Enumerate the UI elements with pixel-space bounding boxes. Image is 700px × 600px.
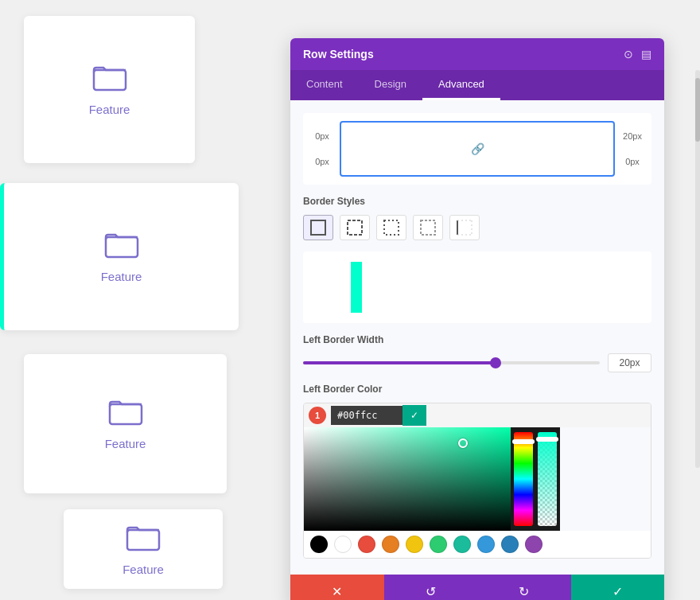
tab-advanced[interactable]: Advanced [422,70,500,100]
color-number-badge: 1 [309,407,326,424]
slider-fill [303,361,496,364]
swatch-blue[interactable] [477,536,495,553]
panel-scrollbar-thumb [695,78,700,142]
full-color-picker [304,427,651,531]
tab-content[interactable]: Content [290,70,359,100]
border-styles-section: Border Styles [303,196,651,240]
spacing-right[interactable]: 20px [621,131,644,141]
feature-label-1: Feature [89,103,130,116]
svg-rect-6 [384,220,399,235]
swatch-yellow[interactable] [406,536,423,553]
slider-row: 20px [303,353,651,372]
link-icon[interactable]: 🔗 [471,142,484,155]
color-spectrum[interactable] [304,427,511,531]
swatch-white[interactable] [334,536,352,553]
spacing-left-val[interactable]: 0px [621,157,644,166]
border-style-partial[interactable] [449,215,480,240]
color-input-row: 1 #00ffcc ✓ [304,403,651,427]
border-style-solid[interactable] [303,215,333,240]
feature-card-1: Feature [24,16,195,163]
hue-bar[interactable] [514,432,533,526]
folder-icon-2 [104,230,139,262]
color-section: Left Border Color 1 #00ffcc ✓ [303,384,651,559]
folder-icon-1 [92,63,127,95]
spacing-control: 0px 0px 🔗 20px 0px [303,113,651,185]
color-bars [511,427,560,531]
svg-rect-5 [348,220,362,235]
border-style-dashed-3[interactable] [413,215,443,240]
redo-button[interactable]: ↻ [477,575,571,600]
spacing-box-outer: 🔗 [340,121,615,177]
panel-title: Row Settings [303,48,374,60]
swatch-purple[interactable] [525,536,542,553]
swatch-red[interactable] [358,536,375,553]
svg-rect-1 [106,237,138,257]
spacing-top[interactable]: 0px [311,131,333,141]
feature-label-3: Feature [105,437,146,450]
feature-card-4: Feature [64,509,223,589]
hue-bar-handle [512,439,535,444]
swatch-teal[interactable] [453,536,471,553]
color-picker-wrapper: 1 #00ffcc ✓ [303,403,651,559]
folder-icon-3 [108,397,143,429]
svg-rect-4 [311,220,325,235]
border-width-label: Left Border Width [303,334,651,345]
color-swatches-row [304,531,651,558]
swatch-orange[interactable] [382,536,399,553]
confirm-button[interactable]: ✓ [571,575,665,600]
svg-rect-3 [127,530,159,550]
panel-header: Row Settings ⊙ ▤ [290,38,664,70]
svg-rect-0 [94,70,126,90]
border-styles-label: Border Styles [303,196,651,207]
maximize-icon[interactable]: ⊙ [624,48,633,60]
folder-icon-4 [126,523,161,555]
spacing-bottom[interactable]: 0px [311,157,333,166]
slider-value-input[interactable]: 20px [608,353,651,372]
border-preview-area [303,251,651,323]
spectrum-canvas [304,427,511,531]
slider-section: Left Border Width 20px [303,334,651,372]
svg-rect-7 [421,220,435,235]
action-bar: ✕ ↺ ↻ ✓ [290,575,664,600]
border-preview-teal-bar [351,262,362,313]
border-style-dashed-2[interactable] [376,215,406,240]
spacing-box-area: 🔗 [340,121,615,177]
color-hex-input[interactable]: #00ffcc [331,406,402,425]
feature-label-4: Feature [122,563,164,576]
slider-thumb[interactable] [490,357,501,368]
panel-content: 0px 0px 🔗 20px 0px Border Styles [290,100,664,575]
spacing-values-right: 20px 0px [621,131,644,166]
settings-panel: Row Settings ⊙ ▤ Content Design Advanced… [290,38,664,600]
swatch-dark-blue[interactable] [501,536,519,553]
swatch-green[interactable] [430,536,447,553]
border-color-label: Left Border Color [303,384,651,395]
alpha-bar-handle [536,437,558,442]
svg-rect-2 [110,404,142,424]
panel-tabs: Content Design Advanced [290,70,664,100]
panel-scrollbar[interactable] [695,70,700,468]
border-style-dashed-1[interactable] [340,215,370,240]
reset-button[interactable]: ↺ [384,575,478,600]
feature-card-2: Feature [0,183,239,330]
tab-design[interactable]: Design [359,70,422,100]
color-confirm-button[interactable]: ✓ [402,405,426,426]
feature-label-2: Feature [101,270,142,283]
panel-header-icons: ⊙ ▤ [624,48,651,60]
spacing-values-left: 0px 0px [311,131,333,166]
feature-card-3: Feature [24,354,227,493]
layout-icon[interactable]: ▤ [641,48,651,60]
border-styles-row [303,215,651,240]
spectrum-cursor [458,438,468,448]
swatch-black[interactable] [310,536,328,553]
alpha-bar[interactable] [538,432,557,526]
slider-track[interactable] [303,361,600,364]
cancel-button[interactable]: ✕ [290,575,384,600]
